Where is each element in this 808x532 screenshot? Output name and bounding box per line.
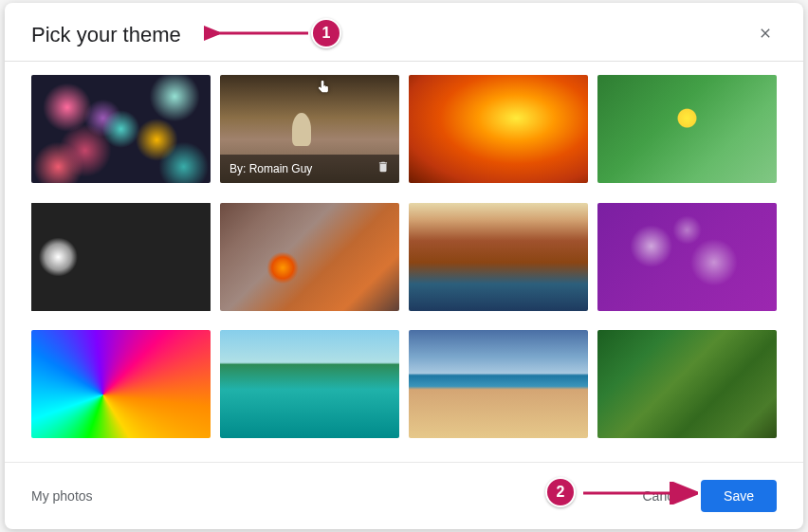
theme-thumbnail	[409, 75, 588, 183]
theme-tile-caterpillar[interactable]	[597, 75, 777, 183]
theme-tile-leaves[interactable]	[220, 203, 399, 311]
dialog-footer: My photos Cancel Save	[5, 462, 803, 529]
theme-attribution-overlay: By: Romain Guy	[220, 155, 399, 183]
theme-tile-horseshoe[interactable]	[409, 203, 588, 311]
theme-thumbnail	[409, 330, 588, 438]
theme-tile-lake[interactable]	[220, 330, 399, 438]
close-button[interactable]	[754, 22, 777, 47]
pointer-cursor-icon	[315, 79, 332, 100]
theme-tile-jellyfish[interactable]	[597, 203, 777, 311]
theme-tile-rainbow[interactable]	[31, 330, 211, 438]
theme-tile-tubes[interactable]	[31, 203, 211, 311]
theme-tile-chess[interactable]: By: Romain Guy	[220, 75, 399, 183]
theme-thumbnail	[597, 203, 777, 311]
close-icon	[758, 26, 773, 44]
theme-attribution-text: By: Romain Guy	[230, 162, 312, 175]
my-photos-link[interactable]: My photos	[31, 488, 93, 504]
theme-thumbnail	[31, 75, 211, 183]
theme-thumbnail	[409, 203, 588, 311]
theme-thumbnail	[220, 203, 399, 311]
theme-grid: By: Romain Guy	[5, 62, 803, 462]
theme-thumbnail	[597, 330, 777, 438]
dialog-title: Pick your theme	[31, 23, 181, 47]
theme-tile-beach[interactable]	[409, 330, 588, 438]
trash-icon[interactable]	[376, 160, 390, 177]
theme-tile-canyon[interactable]	[409, 75, 588, 183]
footer-buttons: Cancel Save	[638, 480, 777, 512]
save-button[interactable]: Save	[701, 480, 777, 512]
theme-thumbnail	[31, 330, 211, 438]
theme-tile-bokeh[interactable]	[31, 75, 211, 183]
cancel-button[interactable]: Cancel	[638, 481, 688, 511]
theme-thumbnail	[220, 330, 399, 438]
theme-tile-forest[interactable]	[597, 330, 777, 438]
theme-thumbnail	[31, 203, 211, 311]
theme-thumbnail	[597, 75, 777, 183]
dialog-header: Pick your theme	[5, 3, 803, 62]
theme-picker-dialog: Pick your theme By: Romain Guy	[5, 3, 803, 529]
